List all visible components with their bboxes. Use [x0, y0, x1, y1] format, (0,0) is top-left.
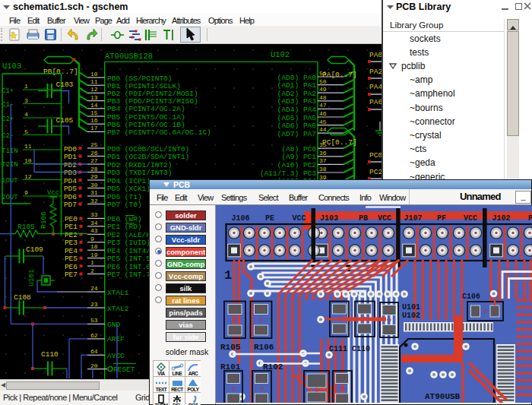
- svg-text:C2+: C2+: [2, 115, 14, 123]
- svg-text:PB: PB: [359, 214, 368, 223]
- svg-text:R106: R106: [40, 211, 48, 229]
- svg-text:PE3: PE3: [65, 239, 78, 247]
- svg-text:PE0: PE0: [65, 215, 78, 223]
- svg-text:PD2 (RXD1/INT2): PD2 (RXD1/INT2): [107, 161, 173, 169]
- svg-text:PD7 (T0): PD7 (T0): [107, 201, 142, 209]
- svg-text:2OUT: 2OUT: [2, 194, 18, 201]
- svg-text:36: 36: [319, 150, 327, 157]
- svg-text:U101: U101: [27, 269, 36, 286]
- svg-text:19: 19: [90, 252, 98, 258]
- svg-text:U102: U102: [271, 50, 290, 59]
- svg-text:XTAL2: XTAL2: [107, 305, 129, 313]
- svg-text:VCC: VCC: [293, 214, 306, 223]
- svg-text:PD7: PD7: [64, 201, 77, 209]
- svg-text:PA6: PA6: [369, 98, 382, 106]
- svg-text:C2-: C2-: [2, 132, 14, 140]
- svg-text:37: 37: [319, 157, 327, 164]
- svg-text:PE6: PE6: [65, 263, 78, 271]
- svg-text:PD4: PD4: [64, 177, 77, 185]
- svg-text:23: 23: [90, 301, 98, 308]
- svg-text:PC2: PC2: [369, 168, 382, 176]
- svg-text:PC0: PC0: [369, 151, 382, 160]
- svg-text:PD3 (TXDI/INT3): PD3 (TXDI/INT3): [107, 169, 173, 177]
- svg-text:J103: J103: [320, 214, 338, 223]
- svg-text:PD4 (ICP1): PD4 (ICP1): [107, 177, 150, 185]
- svg-text:20: 20: [90, 362, 98, 369]
- svg-text:28: 28: [90, 166, 98, 172]
- svg-text:J106: J106: [232, 214, 250, 223]
- svg-text:34: 34: [90, 220, 98, 226]
- svg-text:15: 15: [90, 109, 98, 116]
- svg-text:29: 29: [90, 173, 98, 180]
- svg-text:PE0 (WR): PE0 (WR): [107, 215, 142, 223]
- svg-text:PD3: PD3: [64, 169, 77, 177]
- svg-text:44: 44: [319, 126, 327, 133]
- svg-text:17: 17: [90, 125, 98, 131]
- svg-text:PD5 (XCK1): PD5 (XCK1): [107, 185, 150, 193]
- svg-text:R102: R102: [263, 362, 283, 372]
- svg-text:47: 47: [319, 102, 327, 109]
- svg-text:PD2: PD2: [64, 161, 77, 169]
- svg-text:J102: J102: [492, 214, 511, 223]
- svg-text:48: 48: [319, 94, 327, 101]
- svg-text:PA0: PA0: [369, 51, 382, 59]
- svg-text:U102: U102: [402, 312, 420, 320]
- svg-text:R105: R105: [17, 223, 35, 231]
- svg-text:PD5: PD5: [64, 185, 77, 193]
- svg-text:(AD1) PA1: (AD1) PA1: [277, 81, 317, 90]
- svg-text:AVCC: AVCC: [107, 352, 125, 360]
- svg-text:PA2: PA2: [369, 68, 382, 76]
- svg-text:16: 16: [90, 117, 98, 124]
- svg-text:PE5: PE5: [65, 255, 78, 263]
- svg-text:1: 1: [224, 268, 232, 283]
- svg-text:27: 27: [90, 157, 98, 164]
- svg-text:(AD4) PA4: (AD4) PA4: [277, 106, 317, 114]
- svg-text:24: 24: [90, 285, 98, 292]
- svg-text:C110: C110: [41, 350, 59, 359]
- svg-text:C106: C106: [462, 293, 480, 301]
- svg-text:(A8) PC0: (A8) PC0: [281, 145, 316, 153]
- svg-text:(A10) PC2: (A10) PC2: [277, 161, 317, 169]
- svg-text:PD0 (OC0B/SCL/INT0): PD0 (OC0B/SCL/INT0): [107, 145, 189, 153]
- svg-text:PD0: PD0: [64, 145, 77, 153]
- svg-text:AREF: AREF: [107, 335, 125, 343]
- svg-text:PE1 (RD): PE1 (RD): [107, 223, 142, 231]
- svg-text:30: 30: [90, 182, 98, 188]
- svg-text:11: 11: [90, 78, 98, 85]
- svg-text:3: 3: [24, 97, 28, 104]
- svg-text:26: 26: [90, 150, 98, 157]
- svg-text:46: 46: [319, 110, 327, 117]
- svg-text:43: 43: [90, 227, 98, 234]
- svg-text:RESET: RESET: [113, 365, 135, 374]
- svg-text:12: 12: [24, 173, 32, 180]
- svg-text:11: 11: [24, 143, 32, 150]
- svg-text:(AD3) PA3: (AD3) PA3: [277, 97, 317, 106]
- svg-text:(AD2) PA2: (AD2) PA2: [277, 90, 317, 98]
- svg-text:1: 1: [24, 83, 28, 90]
- svg-text:PD1: PD1: [64, 153, 77, 161]
- svg-text:53: 53: [90, 317, 98, 324]
- svg-text:C103: C103: [56, 81, 74, 89]
- svg-text:PA[0..7]: PA[0..7]: [322, 71, 357, 79]
- svg-text:Vcc: Vcc: [47, 189, 59, 197]
- svg-text:PD1 (OC2B/SDA/INT1): PD1 (OC2B/SDA/INT1): [107, 153, 189, 161]
- svg-text:1: 1: [90, 259, 94, 266]
- svg-text:PE3 (IUID): PE3 (IUID): [107, 239, 150, 247]
- svg-text:(A9) PC1: (A9) PC1: [281, 153, 316, 161]
- svg-text:C105: C105: [56, 116, 74, 125]
- svg-text:U101: U101: [402, 303, 420, 312]
- svg-text:PE7: PE7: [65, 271, 78, 279]
- svg-text:T1IN: T1IN: [2, 147, 18, 155]
- svg-text:PE2: PE2: [65, 231, 78, 239]
- svg-text:9: 9: [24, 189, 28, 196]
- svg-text:5: 5: [24, 128, 28, 135]
- svg-text:PF: PF: [437, 214, 446, 223]
- svg-text:33: 33: [90, 211, 98, 218]
- svg-text:(AD5) PA5: (AD5) PA5: [277, 114, 317, 122]
- svg-text:32: 32: [90, 198, 98, 204]
- svg-text:10: 10: [90, 71, 98, 78]
- svg-text:10: 10: [24, 157, 32, 164]
- svg-text:C111 C110: C111 C110: [329, 345, 370, 353]
- svg-text:XTAL1: XTAL1: [107, 289, 129, 297]
- svg-text:1OUT: 1OUT: [2, 177, 18, 185]
